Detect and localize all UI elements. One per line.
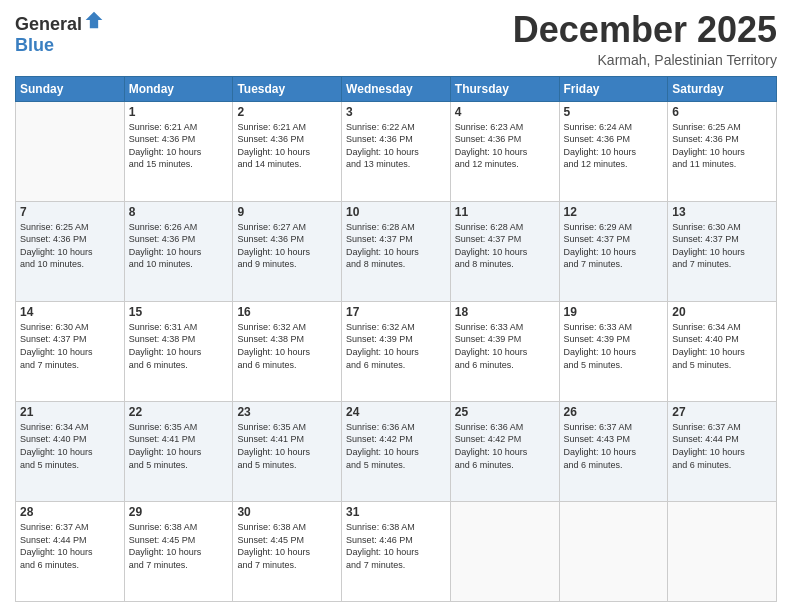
day-number: 31 [346, 505, 446, 519]
table-row [16, 101, 125, 201]
day-number: 24 [346, 405, 446, 419]
day-info: Sunrise: 6:32 AM Sunset: 4:39 PM Dayligh… [346, 321, 446, 371]
logo-text: General [15, 10, 104, 35]
header-tuesday: Tuesday [233, 76, 342, 101]
table-row: 19Sunrise: 6:33 AM Sunset: 4:39 PM Dayli… [559, 301, 668, 401]
day-number: 2 [237, 105, 337, 119]
day-number: 1 [129, 105, 229, 119]
day-info: Sunrise: 6:21 AM Sunset: 4:36 PM Dayligh… [129, 121, 229, 171]
table-row: 5Sunrise: 6:24 AM Sunset: 4:36 PM Daylig… [559, 101, 668, 201]
calendar-table: Sunday Monday Tuesday Wednesday Thursday… [15, 76, 777, 602]
day-number: 8 [129, 205, 229, 219]
day-number: 7 [20, 205, 120, 219]
day-info: Sunrise: 6:35 AM Sunset: 4:41 PM Dayligh… [129, 421, 229, 471]
table-row: 30Sunrise: 6:38 AM Sunset: 4:45 PM Dayli… [233, 501, 342, 601]
day-info: Sunrise: 6:25 AM Sunset: 4:36 PM Dayligh… [20, 221, 120, 271]
day-info: Sunrise: 6:35 AM Sunset: 4:41 PM Dayligh… [237, 421, 337, 471]
day-number: 16 [237, 305, 337, 319]
table-row: 20Sunrise: 6:34 AM Sunset: 4:40 PM Dayli… [668, 301, 777, 401]
calendar-row: 7Sunrise: 6:25 AM Sunset: 4:36 PM Daylig… [16, 201, 777, 301]
day-number: 6 [672, 105, 772, 119]
table-row: 2Sunrise: 6:21 AM Sunset: 4:36 PM Daylig… [233, 101, 342, 201]
calendar-row: 14Sunrise: 6:30 AM Sunset: 4:37 PM Dayli… [16, 301, 777, 401]
table-row: 16Sunrise: 6:32 AM Sunset: 4:38 PM Dayli… [233, 301, 342, 401]
day-info: Sunrise: 6:37 AM Sunset: 4:43 PM Dayligh… [564, 421, 664, 471]
table-row [450, 501, 559, 601]
day-info: Sunrise: 6:36 AM Sunset: 4:42 PM Dayligh… [455, 421, 555, 471]
day-info: Sunrise: 6:24 AM Sunset: 4:36 PM Dayligh… [564, 121, 664, 171]
header-thursday: Thursday [450, 76, 559, 101]
calendar-row: 28Sunrise: 6:37 AM Sunset: 4:44 PM Dayli… [16, 501, 777, 601]
page-header: General Blue December 2025 Karmah, Pales… [15, 10, 777, 68]
day-info: Sunrise: 6:26 AM Sunset: 4:36 PM Dayligh… [129, 221, 229, 271]
day-number: 14 [20, 305, 120, 319]
day-number: 28 [20, 505, 120, 519]
logo-icon [84, 10, 104, 30]
day-info: Sunrise: 6:34 AM Sunset: 4:40 PM Dayligh… [20, 421, 120, 471]
table-row: 14Sunrise: 6:30 AM Sunset: 4:37 PM Dayli… [16, 301, 125, 401]
header-sunday: Sunday [16, 76, 125, 101]
logo: General Blue [15, 10, 104, 56]
calendar-page: General Blue December 2025 Karmah, Pales… [0, 0, 792, 612]
day-info: Sunrise: 6:27 AM Sunset: 4:36 PM Dayligh… [237, 221, 337, 271]
day-info: Sunrise: 6:31 AM Sunset: 4:38 PM Dayligh… [129, 321, 229, 371]
table-row: 24Sunrise: 6:36 AM Sunset: 4:42 PM Dayli… [342, 401, 451, 501]
table-row: 29Sunrise: 6:38 AM Sunset: 4:45 PM Dayli… [124, 501, 233, 601]
table-row: 21Sunrise: 6:34 AM Sunset: 4:40 PM Dayli… [16, 401, 125, 501]
day-info: Sunrise: 6:30 AM Sunset: 4:37 PM Dayligh… [672, 221, 772, 271]
day-info: Sunrise: 6:37 AM Sunset: 4:44 PM Dayligh… [672, 421, 772, 471]
day-info: Sunrise: 6:28 AM Sunset: 4:37 PM Dayligh… [455, 221, 555, 271]
table-row: 25Sunrise: 6:36 AM Sunset: 4:42 PM Dayli… [450, 401, 559, 501]
day-number: 15 [129, 305, 229, 319]
weekday-header-row: Sunday Monday Tuesday Wednesday Thursday… [16, 76, 777, 101]
table-row: 6Sunrise: 6:25 AM Sunset: 4:36 PM Daylig… [668, 101, 777, 201]
day-info: Sunrise: 6:32 AM Sunset: 4:38 PM Dayligh… [237, 321, 337, 371]
calendar-row: 1Sunrise: 6:21 AM Sunset: 4:36 PM Daylig… [16, 101, 777, 201]
header-wednesday: Wednesday [342, 76, 451, 101]
day-number: 12 [564, 205, 664, 219]
table-row: 1Sunrise: 6:21 AM Sunset: 4:36 PM Daylig… [124, 101, 233, 201]
table-row: 31Sunrise: 6:38 AM Sunset: 4:46 PM Dayli… [342, 501, 451, 601]
table-row: 28Sunrise: 6:37 AM Sunset: 4:44 PM Dayli… [16, 501, 125, 601]
table-row: 18Sunrise: 6:33 AM Sunset: 4:39 PM Dayli… [450, 301, 559, 401]
day-number: 19 [564, 305, 664, 319]
table-row: 7Sunrise: 6:25 AM Sunset: 4:36 PM Daylig… [16, 201, 125, 301]
day-info: Sunrise: 6:23 AM Sunset: 4:36 PM Dayligh… [455, 121, 555, 171]
day-number: 9 [237, 205, 337, 219]
header-saturday: Saturday [668, 76, 777, 101]
table-row: 9Sunrise: 6:27 AM Sunset: 4:36 PM Daylig… [233, 201, 342, 301]
day-number: 21 [20, 405, 120, 419]
table-row: 8Sunrise: 6:26 AM Sunset: 4:36 PM Daylig… [124, 201, 233, 301]
day-info: Sunrise: 6:37 AM Sunset: 4:44 PM Dayligh… [20, 521, 120, 571]
day-info: Sunrise: 6:38 AM Sunset: 4:46 PM Dayligh… [346, 521, 446, 571]
logo-blue: Blue [15, 35, 54, 56]
day-info: Sunrise: 6:38 AM Sunset: 4:45 PM Dayligh… [237, 521, 337, 571]
title-section: December 2025 Karmah, Palestinian Territ… [513, 10, 777, 68]
calendar-row: 21Sunrise: 6:34 AM Sunset: 4:40 PM Dayli… [16, 401, 777, 501]
day-number: 4 [455, 105, 555, 119]
day-number: 23 [237, 405, 337, 419]
day-number: 30 [237, 505, 337, 519]
table-row: 22Sunrise: 6:35 AM Sunset: 4:41 PM Dayli… [124, 401, 233, 501]
table-row: 17Sunrise: 6:32 AM Sunset: 4:39 PM Dayli… [342, 301, 451, 401]
svg-marker-0 [86, 12, 103, 29]
day-number: 26 [564, 405, 664, 419]
day-number: 10 [346, 205, 446, 219]
day-number: 20 [672, 305, 772, 319]
day-info: Sunrise: 6:28 AM Sunset: 4:37 PM Dayligh… [346, 221, 446, 271]
day-info: Sunrise: 6:22 AM Sunset: 4:36 PM Dayligh… [346, 121, 446, 171]
day-number: 25 [455, 405, 555, 419]
day-number: 13 [672, 205, 772, 219]
day-info: Sunrise: 6:34 AM Sunset: 4:40 PM Dayligh… [672, 321, 772, 371]
table-row: 10Sunrise: 6:28 AM Sunset: 4:37 PM Dayli… [342, 201, 451, 301]
day-number: 27 [672, 405, 772, 419]
day-info: Sunrise: 6:29 AM Sunset: 4:37 PM Dayligh… [564, 221, 664, 271]
day-info: Sunrise: 6:25 AM Sunset: 4:36 PM Dayligh… [672, 121, 772, 171]
location: Karmah, Palestinian Territory [513, 52, 777, 68]
logo-general: General [15, 14, 82, 35]
table-row: 26Sunrise: 6:37 AM Sunset: 4:43 PM Dayli… [559, 401, 668, 501]
day-info: Sunrise: 6:38 AM Sunset: 4:45 PM Dayligh… [129, 521, 229, 571]
day-number: 17 [346, 305, 446, 319]
table-row: 15Sunrise: 6:31 AM Sunset: 4:38 PM Dayli… [124, 301, 233, 401]
day-info: Sunrise: 6:33 AM Sunset: 4:39 PM Dayligh… [455, 321, 555, 371]
